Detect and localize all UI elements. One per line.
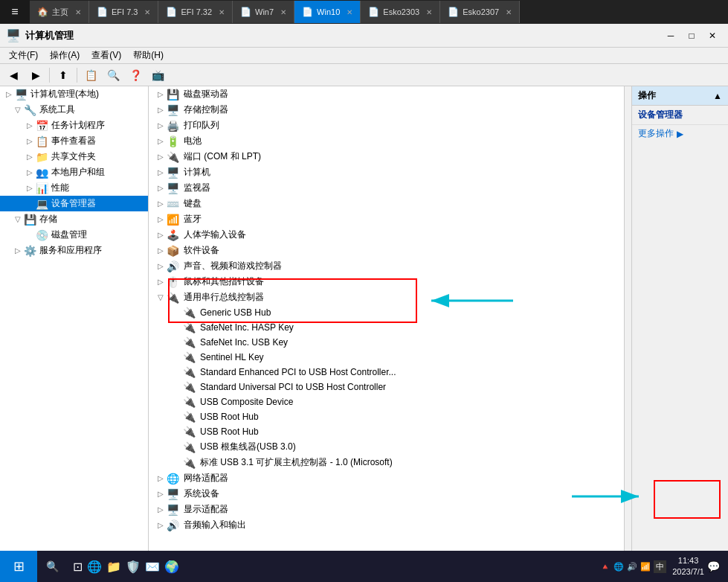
- tray-network[interactable]: 🌐: [613, 562, 624, 572]
- tree-item-root[interactable]: ▷ 🖥️ 计算机管理(本地): [0, 86, 148, 102]
- taskbar-mail[interactable]: ✉️: [145, 560, 160, 574]
- tab-win7[interactable]: 📄 Win7 ✕: [233, 1, 294, 23]
- dev-bluetooth[interactable]: ▷ 📶 蓝牙: [149, 211, 631, 227]
- maximize-button[interactable]: □: [682, 28, 701, 43]
- dev-usb-ctrl[interactable]: ▽ 🔌 通用串行总线控制器: [149, 290, 631, 305]
- tab-esko2307-close[interactable]: ✕: [506, 8, 512, 16]
- dev-label-keyboard: 键盘: [184, 197, 202, 210]
- dev-hasp-key[interactable]: 🔌 SafeNet Inc. HASP Key: [149, 320, 631, 335]
- dev-usb-root1[interactable]: 🔌 USB Root Hub: [149, 409, 631, 424]
- dev-expand-battery: ▷: [155, 137, 167, 145]
- taskbar-security[interactable]: 🛡️: [126, 560, 141, 574]
- content-area: ▷ 🖥️ 计算机管理(本地) ▽ 🔧 系统工具 ▷ 📅 任务计划程序 ▷ 📋 事…: [0, 86, 728, 551]
- dev-mouse[interactable]: ▷ 🖱️ 鼠标和其他指针设备: [149, 274, 631, 290]
- browser-menu[interactable]: ≡: [0, 0, 30, 24]
- dev-expand-usb: ▽: [155, 293, 167, 301]
- dev-keyboard[interactable]: ▷ ⌨️ 键盘: [149, 196, 631, 211]
- properties-button[interactable]: 🔍: [103, 66, 123, 84]
- tab-win10[interactable]: 📄 Win10 ✕: [294, 1, 361, 23]
- tree-expand-svc: ▷: [12, 246, 24, 255]
- tree-item-shared-folders[interactable]: ▷ 📁 共享文件夹: [0, 149, 148, 164]
- dev-monitor[interactable]: ▷ 🖥️ 监视器: [149, 180, 631, 196]
- dev-battery[interactable]: ▷ 🔋 电池: [149, 133, 631, 149]
- menu-file[interactable]: 文件(F): [3, 48, 44, 63]
- back-button[interactable]: ◀: [3, 66, 24, 84]
- tab-efi732-close[interactable]: ✕: [219, 8, 225, 16]
- tree-item-services[interactable]: ▷ ⚙️ 服务和应用程序: [0, 243, 148, 258]
- dev-computer[interactable]: ▷ 🖥️ 计算机: [149, 164, 631, 180]
- tab-esko2303-close[interactable]: ✕: [426, 8, 432, 16]
- clock[interactable]: 11:43 2023/7/1: [672, 555, 704, 578]
- tree-item-device-manager[interactable]: 💻 设备管理器: [0, 196, 148, 211]
- dev-usb-root2[interactable]: 🔌 USB Root Hub: [149, 424, 631, 439]
- dev-icon-universal: 🔌: [183, 381, 196, 393]
- tree-item-task-scheduler[interactable]: ▷ 📅 任务计划程序: [0, 118, 148, 133]
- tab-home[interactable]: 🏠 主页 ✕: [30, 1, 89, 23]
- taskbar-browser2[interactable]: 🌍: [164, 560, 179, 574]
- tab-win7-close[interactable]: ✕: [280, 8, 286, 16]
- dev-display[interactable]: ▷ 🖥️ 显示适配器: [149, 502, 631, 517]
- dev-generic-hub[interactable]: 🔌 Generic USB Hub: [149, 305, 631, 320]
- tree-item-disk-mgmt[interactable]: 💿 磁盘管理: [0, 227, 148, 243]
- dev-sentinel-key[interactable]: 🔌 Sentinel HL Key: [149, 350, 631, 365]
- tray-bluetooth[interactable]: 📶: [640, 562, 651, 572]
- toolbar-extra[interactable]: 📺: [147, 66, 168, 84]
- more-actions-arrow: ▶: [677, 129, 683, 139]
- tab-esko2303[interactable]: 📄 Esko2303 ✕: [361, 1, 440, 23]
- taskbar-task-view[interactable]: ⊡: [73, 560, 83, 574]
- dev-icon-hid: 🕹️: [167, 229, 179, 241]
- start-button[interactable]: ⊞: [0, 551, 37, 582]
- dev-audio[interactable]: ▷ 🔊 音频输入和输出: [149, 517, 631, 533]
- show-hide-tree[interactable]: 📋: [80, 66, 101, 84]
- dev-usb-composite[interactable]: 🔌 USB Composite Device: [149, 394, 631, 409]
- menu-help[interactable]: 帮助(H): [127, 48, 170, 63]
- menu-action[interactable]: 操作(A): [44, 48, 86, 63]
- dev-ports[interactable]: ▷ 🔌 端口 (COM 和 LPT): [149, 149, 631, 164]
- tree-item-system-tools[interactable]: ▽ 🔧 系统工具: [0, 102, 148, 118]
- search-button[interactable]: 🔍: [40, 554, 64, 578]
- dev-disk-drives[interactable]: ▷ 💾 磁盘驱动器: [149, 86, 631, 102]
- dev-usb-root3[interactable]: 🔌 USB 根集线器(USB 3.0): [149, 439, 631, 455]
- dev-software[interactable]: ▷ 📦 软件设备: [149, 243, 631, 258]
- tab-efi73[interactable]: 📄 EFI 7.3 ✕: [89, 1, 158, 23]
- dev-system[interactable]: ▷ 🖥️ 系统设备: [149, 486, 631, 502]
- tab-win10-close[interactable]: ✕: [347, 8, 352, 16]
- tab-efi732[interactable]: 📄 EFI 7.32 ✕: [158, 1, 233, 23]
- taskbar-edge[interactable]: 🌐: [87, 560, 102, 574]
- tab-efi73-close[interactable]: ✕: [144, 8, 150, 16]
- tree-icon-task: 📅: [36, 120, 48, 132]
- forward-button[interactable]: ▶: [25, 66, 46, 84]
- tray-arrow[interactable]: 🔺: [600, 562, 611, 572]
- minimize-button[interactable]: ─: [661, 28, 680, 43]
- dev-hid[interactable]: ▷ 🕹️ 人体学输入设备: [149, 227, 631, 243]
- tree-item-performance[interactable]: ▷ 📊 性能: [0, 180, 148, 196]
- dev-expand-computer: ▷: [155, 168, 167, 176]
- tab-esko2307[interactable]: 📄 Esko2307 ✕: [440, 1, 520, 23]
- right-panel-header: 操作 ▲: [632, 86, 728, 106]
- dev-storage-ctrl[interactable]: ▷ 🖥️ 存储控制器: [149, 102, 631, 118]
- dev-std-universal[interactable]: 🔌 Standard Universal PCI to USB Host Con…: [149, 380, 631, 394]
- close-button[interactable]: ✕: [703, 28, 722, 43]
- tree-icon-root: 🖥️: [15, 89, 28, 100]
- notification-center[interactable]: 💬: [704, 551, 722, 582]
- dev-std-enhanced[interactable]: 🔌 Standard Enhanced PCI to USB Host Cont…: [149, 365, 631, 380]
- dev-usb-31[interactable]: 🔌 标准 USB 3.1 可扩展主机控制器 - 1.0 (Microsoft): [149, 455, 631, 470]
- right-panel-expand-icon: ▲: [713, 91, 722, 101]
- dev-network[interactable]: ▷ 🌐 网络适配器: [149, 470, 631, 486]
- tree-item-local-users[interactable]: ▷ 👥 本地用户和组: [0, 164, 148, 180]
- help-button[interactable]: ❓: [125, 66, 146, 84]
- up-button[interactable]: ⬆: [53, 66, 74, 84]
- taskbar-explorer[interactable]: 📁: [106, 560, 121, 574]
- right-panel-more-actions[interactable]: 更多操作 ▶: [632, 125, 728, 142]
- tree-item-event-viewer[interactable]: ▷ 📋 事件查看器: [0, 133, 148, 149]
- dev-sound[interactable]: ▷ 🔊 声音、视频和游戏控制器: [149, 258, 631, 274]
- scrollbar[interactable]: [624, 86, 631, 551]
- dev-icon-computer: 🖥️: [167, 167, 179, 179]
- tray-sound[interactable]: 🔊: [627, 562, 637, 572]
- dev-print-queue[interactable]: ▷ 🖨️ 打印队列: [149, 118, 631, 133]
- dev-usb-key[interactable]: 🔌 SafeNet Inc. USB Key: [149, 335, 631, 350]
- tray-ime[interactable]: 中: [654, 560, 666, 573]
- tab-home-close[interactable]: ✕: [75, 8, 81, 16]
- menu-view[interactable]: 查看(V): [86, 48, 127, 63]
- tree-item-storage[interactable]: ▽ 💾 存储: [0, 211, 148, 227]
